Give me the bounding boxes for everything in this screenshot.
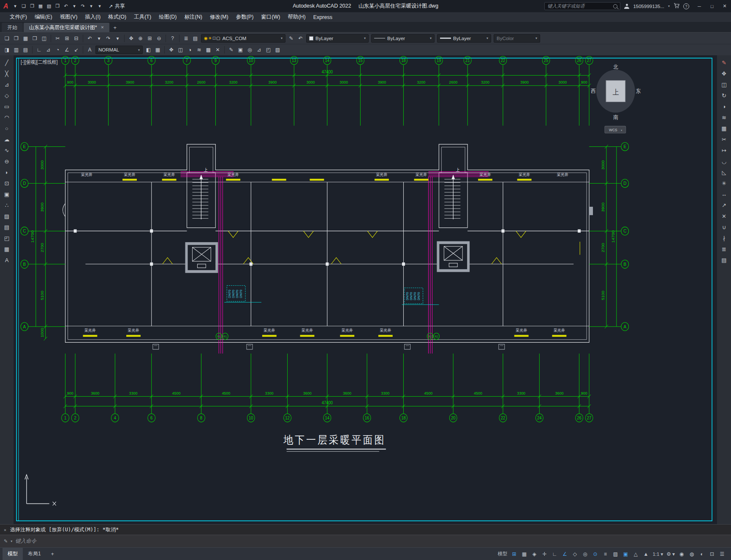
markup-import-icon[interactable]: ▧ (273, 46, 282, 54)
array-tool-icon[interactable]: ▦ (719, 124, 729, 133)
mirror-tool-icon[interactable]: ◑ (719, 102, 729, 111)
text-style-dropdown[interactable]: NORMAL ▾ (95, 46, 143, 54)
paste-clip-icon[interactable]: ⊟ (72, 34, 81, 43)
isolate-objects-icon[interactable]: ◐ (697, 549, 707, 559)
multiline-text-icon[interactable]: A (2, 255, 12, 265)
plan-drawing[interactable]: 1236791013141518192122252627474009003000… (14, 55, 717, 524)
viewport-controls[interactable]: [-][俯视][二维线框] (21, 59, 58, 65)
isometric-drafting-icon[interactable]: ◇ (570, 549, 579, 559)
redo-dropdown-icon[interactable]: ▾ (87, 2, 95, 11)
construction-line-icon[interactable]: ╳ (2, 69, 12, 78)
block-editor-icon[interactable]: ▣ (236, 46, 245, 54)
open-icon[interactable]: ❐ (28, 2, 36, 11)
point-icon[interactable]: ∴ (2, 200, 12, 210)
user-name[interactable]: 1505999135... (633, 4, 664, 9)
menu-file[interactable]: 文件(F) (6, 12, 31, 22)
dim-style-icon[interactable]: ◧ (144, 46, 153, 54)
command-close-icon[interactable]: ✕ (4, 528, 6, 532)
open-drawing-icon[interactable]: ❐ (12, 34, 21, 43)
spline-icon[interactable]: ∿ (2, 146, 12, 155)
copy-clip-icon[interactable]: ⊞ (63, 34, 71, 43)
polar-tracking-icon[interactable]: ∠ (560, 549, 569, 559)
modify-erase-icon[interactable]: ✕ (213, 46, 222, 54)
zoom-previous-icon[interactable]: ⊖ (155, 34, 163, 43)
object-group-icon[interactable]: ◎ (245, 46, 254, 54)
menu-dimension[interactable]: 标注(N) (181, 12, 206, 22)
modify-move-icon[interactable]: ✥ (167, 46, 176, 54)
dim-linear-icon[interactable]: ∟ (35, 46, 43, 54)
command-caret-icon[interactable]: ▾ (11, 539, 12, 543)
transparency-icon[interactable]: ▨ (611, 549, 620, 559)
command-customize-icon[interactable]: ✎ (4, 538, 8, 544)
lineweight-dropdown[interactable]: ByLayer ▾ (437, 34, 491, 43)
polyline-icon[interactable]: ⊿ (2, 80, 12, 89)
qat-customize-icon[interactable]: ▾ (96, 2, 104, 11)
object-snap-tracking-icon[interactable]: ◎ (580, 549, 590, 559)
plot-preview-icon[interactable]: ◫ (40, 34, 49, 43)
command-input-row[interactable]: ✎ ▾ 键入命令 (0, 535, 731, 547)
trim-tool-icon[interactable]: ✂ (719, 135, 729, 144)
model-space-toggle[interactable]: 模型 (496, 549, 508, 559)
grid-display-icon[interactable]: ⊞ (509, 549, 519, 559)
extend-tool-icon[interactable]: ↦ (719, 146, 729, 155)
command-input-placeholder[interactable]: 键入命令 (15, 538, 36, 545)
insert-block-icon[interactable]: ⊡ (2, 179, 12, 188)
region-icon[interactable]: ◰ (2, 233, 12, 243)
break-tool-icon[interactable]: ∤ (719, 233, 729, 243)
color-dropdown[interactable]: ByLayer ▾ (306, 34, 369, 43)
save-icon[interactable]: ▦ (37, 2, 45, 11)
object-snap-icon[interactable]: ⊙ (590, 549, 600, 559)
scale-tool-icon[interactable]: ↗ (719, 200, 729, 210)
modify-copy-icon[interactable]: ◫ (176, 46, 185, 54)
undo-list-icon[interactable]: ▾ (95, 34, 103, 43)
plot-drawing-icon[interactable]: ❒ (30, 34, 39, 43)
multileader-icon[interactable]: ↙ (72, 46, 81, 54)
undo-tool-icon[interactable]: ↶ (85, 34, 94, 43)
redo-tool-icon[interactable]: ↷ (104, 34, 113, 43)
fillet-tool-icon[interactable]: ◡ (719, 157, 729, 166)
menu-help[interactable]: 帮助(H) (284, 12, 309, 22)
table-icon[interactable]: ▦ (2, 244, 12, 254)
wcs-control[interactable]: WCS▾ (605, 126, 626, 133)
polygon-icon[interactable]: ◇ (2, 91, 12, 100)
undo-dropdown-icon[interactable]: ▾ (71, 2, 79, 11)
hatch-icon[interactable]: ▨ (2, 211, 12, 221)
menu-window[interactable]: 窗口(W) (257, 12, 284, 22)
layer-color-icon[interactable]: ▢ (216, 36, 220, 41)
pan-icon[interactable]: ✥ (127, 34, 136, 43)
layout1-tab[interactable]: 布局1 (23, 548, 46, 560)
plot-icon[interactable]: ❒ (54, 2, 62, 11)
tab-close-icon[interactable]: ✕ (101, 25, 104, 30)
menu-tools[interactable]: 工具(T) (130, 12, 155, 22)
tab-start[interactable]: 开始 (2, 23, 23, 32)
dim-angular-icon[interactable]: ∠ (63, 46, 71, 54)
sheet-set-manager-icon[interactable]: ▤ (21, 46, 30, 54)
layers-panel-icon[interactable]: ▤ (719, 255, 729, 265)
minimize-button[interactable]: ─ (693, 0, 706, 12)
properties-palette-icon[interactable]: ◨ (3, 46, 11, 54)
close-button[interactable]: ✕ (718, 0, 731, 12)
join-tool-icon[interactable]: ∪ (719, 222, 729, 232)
text-style-icon-icon[interactable]: A (85, 46, 94, 54)
save-as-icon[interactable]: ▧ (45, 2, 53, 11)
view-compass[interactable]: 上北南西东 (591, 64, 641, 120)
table-style-icon[interactable]: ▦ (153, 46, 162, 54)
cut-clip-icon[interactable]: ✂ (53, 34, 62, 43)
modify-array-icon[interactable]: ▩ (204, 46, 213, 54)
ellipse-arc-icon[interactable]: ◗ (2, 168, 12, 177)
menu-draw[interactable]: 绘图(D) (155, 12, 180, 22)
model-tab[interactable]: 模型 (3, 548, 23, 560)
menu-express[interactable]: Express (310, 12, 336, 22)
help-icon[interactable]: ? (683, 3, 689, 9)
stretch-tool-icon[interactable]: ↔ (719, 189, 729, 199)
rotate-tool-icon[interactable]: ↻ (719, 91, 729, 100)
new-tab-button[interactable]: + (110, 23, 120, 32)
annotation-scale[interactable]: 1:1▾ (651, 549, 664, 559)
modify-offset-icon[interactable]: ≋ (195, 46, 204, 54)
autocad-logo[interactable]: A (3, 3, 8, 10)
layer-properties-icon[interactable]: ≣ (182, 34, 190, 43)
layer-dropdown[interactable]: ◉☀⊡▢ ACS_COM ▾ (201, 34, 285, 43)
customize-icon[interactable]: ☰ (717, 549, 727, 559)
dim-radius-icon[interactable]: ◔ (53, 46, 62, 54)
zoom-realtime-icon[interactable]: ⊕ (136, 34, 145, 43)
